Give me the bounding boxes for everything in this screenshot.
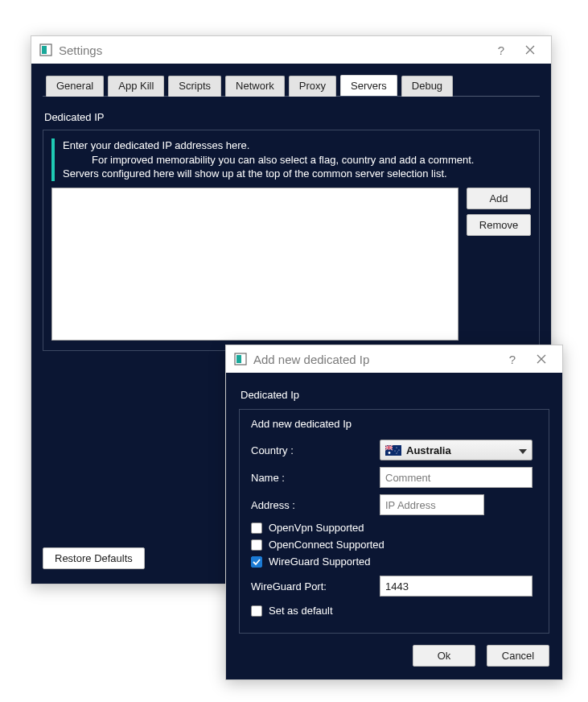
address-field[interactable] xyxy=(380,494,484,515)
country-label: Country : xyxy=(251,444,380,456)
svg-point-9 xyxy=(396,452,397,453)
dialog-title: Add new dedicated Ip xyxy=(253,353,498,366)
name-field[interactable] xyxy=(380,467,532,488)
tab-network[interactable]: Network xyxy=(225,76,285,97)
svg-rect-3 xyxy=(236,355,241,363)
svg-point-10 xyxy=(395,450,396,451)
dialog-section-label: Dedicated Ip xyxy=(241,389,549,401)
openconnect-label: OpenConnect Supported xyxy=(269,539,384,551)
svg-rect-1 xyxy=(42,46,47,54)
remove-button[interactable]: Remove xyxy=(467,214,531,236)
openconnect-checkbox[interactable] xyxy=(251,539,262,551)
dedicated-ip-fieldset: Enter your dedicated IP addresses here. … xyxy=(43,130,540,351)
hint-line-1: Enter your dedicated IP addresses here. xyxy=(63,139,249,151)
cancel-button[interactable]: Cancel xyxy=(487,645,549,667)
country-select[interactable]: Australia xyxy=(380,440,532,460)
wireguard-checkbox[interactable] xyxy=(251,556,262,568)
dialog-close-button[interactable] xyxy=(527,348,556,370)
svg-point-7 xyxy=(396,447,397,448)
dialog-fieldset: Add new dedicated Ip Country : xyxy=(239,409,549,634)
country-selected: Australia xyxy=(406,444,451,456)
tab-general[interactable]: General xyxy=(46,76,104,97)
address-label: Address : xyxy=(251,499,380,511)
restore-defaults-button[interactable]: Restore Defaults xyxy=(43,547,145,569)
settings-title: Settings xyxy=(59,43,487,57)
hint-line-3: Servers configured here will show up at … xyxy=(63,167,447,180)
dialog-help-button[interactable]: ? xyxy=(498,348,527,370)
add-button[interactable]: Add xyxy=(467,188,531,209)
tab-scripts[interactable]: Scripts xyxy=(168,76,221,97)
svg-point-11 xyxy=(397,451,398,452)
tab-servers[interactable]: Servers xyxy=(340,75,397,96)
wireguard-port-label: WireGuard Port: xyxy=(251,580,380,593)
settings-titlebar: Settings ? xyxy=(31,36,551,64)
add-ip-dialog: Add new dedicated Ip ? Dedicated Ip Add … xyxy=(225,345,563,680)
set-default-checkbox[interactable] xyxy=(251,605,262,617)
svg-point-6 xyxy=(389,452,391,454)
dedicated-ip-list[interactable] xyxy=(51,188,458,341)
help-button[interactable]: ? xyxy=(487,39,516,61)
tab-proxy[interactable]: Proxy xyxy=(289,76,336,97)
name-label: Name : xyxy=(251,472,380,484)
settings-tabs: General App Kill Scripts Network Proxy S… xyxy=(43,75,540,97)
wireguard-port-field[interactable] xyxy=(380,576,532,597)
ok-button[interactable]: Ok xyxy=(413,645,475,667)
openvpn-label: OpenVpn Supported xyxy=(269,522,364,534)
hint-line-2: For improved memorability you can also s… xyxy=(92,154,474,166)
dedicated-ip-label: Dedicated IP xyxy=(44,111,540,123)
dialog-titlebar: Add new dedicated Ip ? xyxy=(226,345,562,373)
close-button[interactable] xyxy=(516,39,545,61)
dedicated-ip-hint: Enter your dedicated IP addresses here. … xyxy=(51,138,531,181)
chevron-down-icon xyxy=(519,444,527,456)
app-icon xyxy=(234,353,247,365)
wireguard-label: WireGuard Supported xyxy=(269,555,370,568)
tab-debug[interactable]: Debug xyxy=(401,76,453,97)
openvpn-checkbox[interactable] xyxy=(251,522,262,534)
flag-icon xyxy=(385,445,401,456)
app-icon xyxy=(39,43,52,56)
dialog-body: Dedicated Ip Add new dedicated Ip Countr… xyxy=(226,373,562,679)
set-default-label: Set as default xyxy=(269,605,333,617)
dialog-legend: Add new dedicated Ip xyxy=(251,418,537,430)
svg-point-8 xyxy=(398,449,399,450)
tab-app-kill[interactable]: App Kill xyxy=(108,76,164,97)
